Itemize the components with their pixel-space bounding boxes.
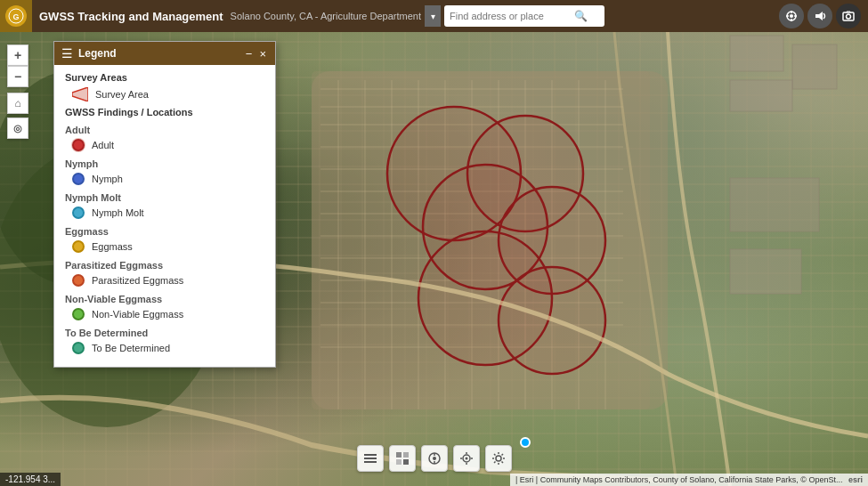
adult-dot <box>72 139 85 151</box>
legend-close-btn[interactable]: × <box>257 48 268 60</box>
svg-rect-54 <box>396 452 402 458</box>
survey-area-label: Survey Area <box>95 89 149 100</box>
topbar-right-buttons <box>779 4 868 28</box>
tbd-label: To Be Determined <box>92 343 170 353</box>
legend-header-left: ☰ Legend <box>61 46 117 61</box>
legend-header-buttons: − × <box>244 48 268 60</box>
legend-content: Survey Areas Survey Area GWSS Findings /… <box>54 65 275 367</box>
sound-icon-btn[interactable] <box>807 4 832 28</box>
nymph-item: Nymph <box>65 173 264 185</box>
zoom-in-btn[interactable]: + <box>7 45 28 66</box>
svg-text:G: G <box>12 12 19 21</box>
app-logo-icon: G <box>5 5 27 27</box>
search-input[interactable] <box>450 11 574 21</box>
svg-rect-52 <box>364 458 377 459</box>
measure-btn[interactable] <box>421 445 448 472</box>
eggmass-category-title: Eggmass <box>65 226 264 237</box>
findings-title: GWSS Findings / Locations <box>65 107 264 117</box>
svg-rect-55 <box>403 452 409 458</box>
nymph-category-title: Nymph <box>65 158 264 169</box>
svg-rect-36 <box>730 178 819 231</box>
non-viable-eggmass-dot <box>72 308 85 320</box>
svg-point-42 <box>790 14 793 18</box>
eggmass-label: Eggmass <box>92 241 133 252</box>
esri-logo: esri <box>848 475 863 484</box>
layers-btn[interactable] <box>357 445 384 472</box>
nymph-molt-dot <box>72 207 85 219</box>
parasitized-eggmass-category-title: Parasitized Eggmass <box>65 260 264 271</box>
basemap-btn[interactable] <box>389 445 416 472</box>
parasitized-eggmass-dot <box>72 274 85 287</box>
app-title: GWSS Tracking and Management <box>32 10 231 23</box>
svg-point-59 <box>433 457 436 460</box>
esri-attribution: | Esri | Community Maps Contributors, Co… <box>510 474 868 486</box>
svg-point-38 <box>521 438 530 447</box>
survey-area-item: Survey Area <box>65 87 264 101</box>
svg-marker-50 <box>72 87 88 101</box>
svg-rect-37 <box>730 249 801 294</box>
svg-rect-35 <box>730 80 792 111</box>
non-viable-eggmass-category-title: Non-Viable Eggmass <box>65 294 264 304</box>
search-button[interactable]: 🔍 <box>574 10 588 22</box>
svg-rect-56 <box>396 459 402 465</box>
search-container: 🔍 <box>444 5 604 27</box>
legend-panel: ☰ Legend − × Survey Areas Survey Area GW… <box>53 41 276 368</box>
svg-point-64 <box>496 456 501 461</box>
svg-rect-53 <box>364 461 377 463</box>
survey-areas-title: Survey Areas <box>65 72 264 83</box>
legend-title: Legend <box>78 47 117 60</box>
svg-rect-33 <box>730 36 783 71</box>
nymph-molt-label: Nymph Molt <box>92 207 144 218</box>
app-subtitle: Solano County, CA - Agriculture Departme… <box>231 11 425 21</box>
locate-btn[interactable] <box>453 445 480 472</box>
adult-category-title: Adult <box>65 125 264 135</box>
attribution-text: | Esri | Community Maps Contributors, Co… <box>515 475 842 484</box>
zoom-controls: + − <box>7 45 28 87</box>
legend-menu-icon: ☰ <box>61 46 73 61</box>
coordinates-bar: -121.954 3... <box>0 473 61 486</box>
coordinates-text: -121.954 3... <box>5 474 55 484</box>
nymph-molt-item: Nymph Molt <box>65 207 264 219</box>
camera-icon-btn[interactable] <box>836 4 861 28</box>
adult-label: Adult <box>92 140 114 150</box>
parasitized-eggmass-item: Parasitized Eggmass <box>65 274 264 287</box>
bottom-tools <box>357 445 512 472</box>
gps-location-btn[interactable]: ◎ <box>7 117 28 139</box>
svg-marker-47 <box>815 12 823 20</box>
nymph-dot <box>72 173 85 185</box>
nymph-molt-category-title: Nymph Molt <box>65 192 264 203</box>
tbd-dot <box>72 342 85 354</box>
subtitle-dropdown-btn[interactable]: ▾ <box>425 5 441 27</box>
legend-header: ☰ Legend − × <box>54 42 275 65</box>
tbd-item: To Be Determined <box>65 342 264 354</box>
parasitized-eggmass-label: Parasitized Eggmass <box>92 275 183 286</box>
non-viable-eggmass-label: Non-Viable Eggmass <box>92 309 183 320</box>
home-btn[interactable]: ⌂ <box>7 93 28 114</box>
svg-point-49 <box>847 14 851 19</box>
eggmass-dot <box>72 240 85 253</box>
svg-rect-57 <box>403 459 409 465</box>
map-controls: + − ⌂ ◎ <box>7 45 28 139</box>
svg-rect-51 <box>364 454 377 456</box>
svg-rect-34 <box>792 45 837 89</box>
location-icon-btn[interactable] <box>779 4 804 28</box>
tbd-category-title: To Be Determined <box>65 328 264 338</box>
nymph-label: Nymph <box>92 174 123 184</box>
app-logo: G <box>0 0 32 32</box>
svg-point-63 <box>465 458 467 460</box>
non-viable-eggmass-item: Non-Viable Eggmass <box>65 308 264 320</box>
zoom-out-btn[interactable]: − <box>7 66 28 87</box>
adult-item: Adult <box>65 139 264 151</box>
topbar: G GWSS Tracking and Management Solano Co… <box>0 0 868 32</box>
settings-btn[interactable] <box>485 445 512 472</box>
eggmass-item: Eggmass <box>65 240 264 253</box>
survey-area-icon <box>72 87 88 101</box>
legend-minimize-btn[interactable]: − <box>244 48 255 60</box>
